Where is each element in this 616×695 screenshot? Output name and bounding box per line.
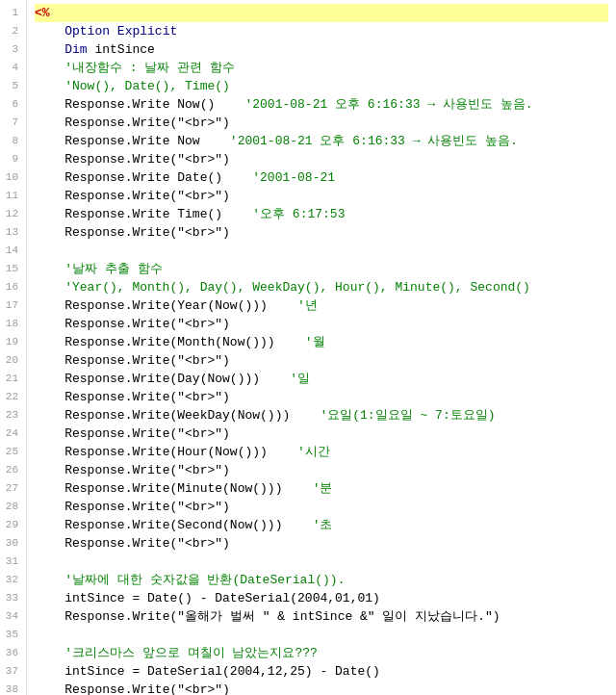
line-number: 29 [4, 516, 22, 534]
line-number: 2 [4, 22, 22, 40]
code-line: Response.Write("<br>") [35, 315, 608, 333]
code-line: '내장함수 : 날짜 관련 함수 [35, 59, 608, 77]
code-line: Response.Write("<br>") [35, 150, 608, 168]
line-number: 24 [4, 425, 22, 443]
line-number: 8 [4, 132, 22, 150]
line-number: 35 [4, 626, 22, 644]
code-line: '크리스마스 앞으로 며칠이 남았는지요??? [35, 644, 608, 662]
code-line: Response.Write("<br>") [35, 223, 608, 242]
code-line: 'Now(), Date(), Time() [35, 77, 608, 95]
code-line: Response.Write("올해가 벌써 " & intSince &" 일… [35, 607, 608, 626]
line-number: 4 [4, 59, 22, 77]
line-number: 13 [4, 223, 22, 242]
code-line: '날짜 추출 함수 [35, 260, 608, 278]
code-line: '날짜에 대한 숫자값을 반환(DateSerial()). [35, 571, 608, 589]
line-number: 32 [4, 571, 22, 589]
line-number: 21 [4, 370, 22, 388]
code-line: <% [35, 4, 608, 22]
line-number: 5 [4, 77, 22, 95]
code-line: Response.Write("<br>") [35, 351, 608, 370]
line-number: 33 [4, 589, 22, 607]
line-number: 16 [4, 278, 22, 296]
code-line: Response.Write("<br>") [35, 425, 608, 443]
code-line: Option Explicit [35, 22, 608, 40]
line-number: 10 [4, 168, 22, 187]
code-editor: 1234567891011121314151617181920212223242… [0, 0, 616, 695]
line-number: 1 [4, 4, 22, 22]
line-number: 38 [4, 681, 22, 695]
line-number: 28 [4, 498, 22, 516]
line-number: 34 [4, 607, 22, 626]
line-number: 14 [4, 242, 22, 260]
code-line: Response.Write(Minute(Now())) '분 [35, 479, 608, 498]
code-line: Dim intSince [35, 40, 608, 59]
line-number: 23 [4, 406, 22, 425]
code-line: Response.Write(Year(Now())) '년 [35, 296, 608, 315]
code-line: Response.Write Now '2001-08-21 오후 6:16:3… [35, 132, 608, 150]
code-line: Response.Write("<br>") [35, 534, 608, 553]
code-line: Response.Write("<br>") [35, 681, 608, 695]
code-line [35, 553, 608, 571]
code-line: Response.Write(Month(Now())) '월 [35, 333, 608, 351]
code-line: Response.Write("<br>") [35, 114, 608, 132]
line-number: 6 [4, 95, 22, 114]
line-number: 3 [4, 40, 22, 59]
line-number: 11 [4, 187, 22, 205]
code-line: intSince = Date() - DateSerial(2004,01,0… [35, 589, 608, 607]
code-line: Response.Write(Hour(Now())) '시간 [35, 443, 608, 461]
line-number: 22 [4, 388, 22, 406]
code-line: Response.Write(WeekDay(Now())) '요일(1:일요일… [35, 406, 608, 425]
code-line: Response.Write(Day(Now())) '일 [35, 370, 608, 388]
code-content: <% Option Explicit Dim intSince '내장함수 : … [27, 0, 616, 695]
code-line: 'Year(), Month(), Day(), WeekDay(), Hour… [35, 278, 608, 296]
line-number: 18 [4, 315, 22, 333]
code-line: Response.Write("<br>") [35, 388, 608, 406]
line-number: 20 [4, 351, 22, 370]
line-number: 27 [4, 479, 22, 498]
code-line [35, 242, 608, 260]
code-line: Response.Write(Second(Now())) '초 [35, 516, 608, 534]
line-number: 37 [4, 662, 22, 681]
line-number: 12 [4, 205, 22, 223]
line-number: 19 [4, 333, 22, 351]
line-number: 9 [4, 150, 22, 168]
code-line: intSince = DateSerial(2004,12,25) - Date… [35, 662, 608, 681]
code-line: Response.Write("<br>") [35, 498, 608, 516]
code-line: Response.Write Now() '2001-08-21 오후 6:16… [35, 95, 608, 114]
line-number: 25 [4, 443, 22, 461]
code-line: Response.Write("<br>") [35, 187, 608, 205]
code-line: Response.Write Date() '2001-08-21 [35, 168, 608, 187]
line-number: 36 [4, 644, 22, 662]
line-number: 7 [4, 114, 22, 132]
line-number: 30 [4, 534, 22, 553]
line-number: 15 [4, 260, 22, 278]
line-number: 26 [4, 461, 22, 479]
code-line: Response.Write("<br>") [35, 461, 608, 479]
line-number: 17 [4, 296, 22, 315]
line-number: 31 [4, 553, 22, 571]
line-numbers: 1234567891011121314151617181920212223242… [0, 0, 27, 695]
code-line [35, 626, 608, 644]
code-line: Response.Write Time() '오후 6:17:53 [35, 205, 608, 223]
